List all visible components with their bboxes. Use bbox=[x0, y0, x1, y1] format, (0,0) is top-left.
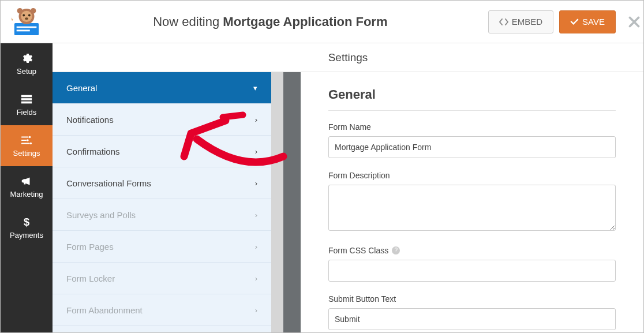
svg-point-13 bbox=[29, 136, 31, 139]
svg-rect-1 bbox=[17, 26, 37, 28]
wpforms-logo-icon bbox=[10, 8, 43, 36]
help-icon[interactable]: ? bbox=[392, 246, 400, 255]
field-submit-text: Submit Button Text bbox=[328, 294, 616, 330]
list-icon bbox=[20, 93, 33, 106]
editing-prefix: Now editing bbox=[153, 14, 219, 29]
submenu-label: Form Locker bbox=[66, 274, 115, 283]
sidenav-item-settings[interactable]: Settings bbox=[1, 125, 53, 166]
submit-text-label: Submit Button Text bbox=[328, 294, 616, 304]
svg-point-5 bbox=[23, 14, 25, 16]
field-form-name: Form Name bbox=[328, 122, 616, 158]
submenu-label: Surveys and Polls bbox=[66, 210, 136, 220]
form-name-label: Form Name bbox=[328, 122, 616, 132]
nav-label: Settings bbox=[13, 149, 40, 158]
submenu-item-form-locker[interactable]: Form Locker › bbox=[53, 263, 271, 294]
chevron-right-icon: › bbox=[255, 211, 257, 219]
submenu-item-conversational[interactable]: Conversational Forms › bbox=[53, 167, 271, 199]
chevron-right-icon: › bbox=[255, 306, 257, 315]
main-panel: General Form Name Form Description Form … bbox=[301, 72, 643, 332]
check-icon bbox=[570, 17, 579, 26]
topbar: Now editing Mortgage Application Form EM… bbox=[1, 1, 643, 43]
submenu-label: Conversational Forms bbox=[66, 178, 151, 188]
sidenav-item-setup[interactable]: Setup bbox=[1, 43, 53, 84]
submenu-label: General bbox=[66, 83, 97, 93]
chevron-right-icon: › bbox=[255, 242, 257, 251]
form-title: Mortgage Application Form bbox=[223, 14, 387, 29]
svg-rect-10 bbox=[21, 95, 32, 98]
svg-point-15 bbox=[30, 143, 32, 145]
submenu-label: Notifications bbox=[66, 115, 114, 125]
main-column: General Form Name Form Description Form … bbox=[283, 72, 643, 332]
chevron-right-icon: › bbox=[255, 147, 257, 156]
submit-text-input[interactable] bbox=[328, 308, 616, 330]
submenu-label: Form Pages bbox=[66, 242, 114, 252]
chevron-right-icon: › bbox=[255, 274, 257, 283]
submenu-item-general[interactable]: General ▾ bbox=[53, 72, 271, 104]
svg-rect-0 bbox=[14, 23, 39, 35]
body: Setup Fields Settings Marketing $ Paymen… bbox=[1, 43, 643, 332]
nav-label: Setup bbox=[17, 67, 36, 76]
topbar-buttons: EMBED SAVE bbox=[488, 10, 616, 33]
nav-label: Payments bbox=[10, 231, 43, 240]
submenu-label: Confirmations bbox=[66, 147, 120, 156]
chevron-right-icon: › bbox=[255, 115, 257, 124]
code-icon bbox=[499, 17, 508, 27]
main-wrap: General Form Name Form Description Form … bbox=[283, 72, 643, 332]
save-button[interactable]: SAVE bbox=[559, 10, 616, 33]
field-css-class: Form CSS Class ? bbox=[328, 246, 616, 282]
settings-title: Settings bbox=[53, 43, 643, 72]
dollar-icon: $ bbox=[20, 216, 33, 229]
save-label: SAVE bbox=[582, 17, 605, 27]
page-title: Now editing Mortgage Application Form bbox=[53, 14, 488, 29]
svg-rect-2 bbox=[17, 29, 30, 31]
css-class-label: Form CSS Class ? bbox=[328, 246, 616, 255]
embed-button[interactable]: EMBED bbox=[488, 10, 553, 33]
settings-area: Settings General ▾ Notifications › Confi… bbox=[53, 43, 643, 332]
css-class-input[interactable] bbox=[328, 260, 616, 282]
section-heading: General bbox=[328, 87, 616, 111]
submenu-item-form-abandonment[interactable]: Form Abandonment › bbox=[53, 294, 271, 326]
submenu-item-notifications[interactable]: Notifications › bbox=[53, 104, 271, 136]
form-description-input[interactable] bbox=[328, 185, 616, 231]
embed-label: EMBED bbox=[512, 17, 542, 27]
app-frame: Now editing Mortgage Application Form EM… bbox=[0, 0, 644, 333]
submenu-item-surveys[interactable]: Surveys and Polls › bbox=[53, 199, 271, 231]
settings-body: General ▾ Notifications › Confirmations … bbox=[53, 72, 643, 332]
sidenav-item-fields[interactable]: Fields bbox=[1, 84, 53, 125]
svg-point-8 bbox=[17, 8, 23, 13]
sidenav-item-marketing[interactable]: Marketing bbox=[1, 166, 53, 207]
svg-text:$: $ bbox=[24, 216, 29, 228]
scrollbar[interactable] bbox=[272, 72, 283, 332]
submenu-item-form-pages[interactable]: Form Pages › bbox=[53, 231, 271, 263]
svg-point-7 bbox=[25, 17, 28, 20]
close-button[interactable] bbox=[628, 12, 640, 32]
settings-submenu: General ▾ Notifications › Confirmations … bbox=[53, 72, 272, 332]
svg-point-14 bbox=[27, 139, 29, 141]
submenu-label: Form Abandonment bbox=[66, 305, 143, 315]
svg-rect-11 bbox=[21, 98, 32, 100]
bullhorn-icon bbox=[20, 175, 33, 188]
gear-icon bbox=[20, 52, 33, 65]
field-form-description: Form Description bbox=[328, 171, 616, 233]
sliders-icon bbox=[20, 134, 33, 147]
submenu-item-confirmations[interactable]: Confirmations › bbox=[53, 136, 271, 167]
form-name-input[interactable] bbox=[328, 136, 616, 158]
svg-point-4 bbox=[21, 10, 32, 21]
svg-point-9 bbox=[31, 8, 36, 13]
nav-label: Marketing bbox=[10, 190, 43, 199]
css-class-label-text: Form CSS Class bbox=[328, 246, 388, 255]
chevron-right-icon: › bbox=[255, 179, 257, 188]
svg-point-6 bbox=[28, 14, 31, 16]
close-icon bbox=[628, 16, 640, 28]
sidenav: Setup Fields Settings Marketing $ Paymen… bbox=[1, 43, 53, 332]
chevron-down-icon: ▾ bbox=[253, 84, 257, 92]
nav-label: Fields bbox=[17, 108, 37, 117]
form-description-label: Form Description bbox=[328, 171, 616, 180]
sidenav-item-payments[interactable]: $ Payments bbox=[1, 207, 53, 248]
logo bbox=[1, 1, 53, 43]
svg-rect-12 bbox=[21, 102, 32, 104]
